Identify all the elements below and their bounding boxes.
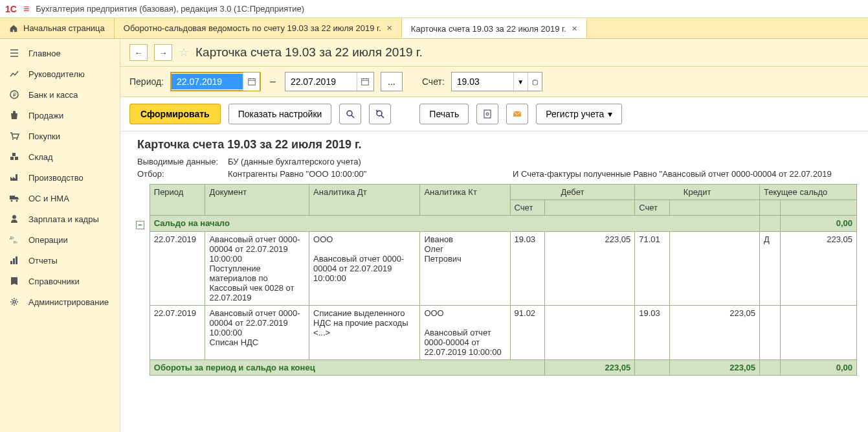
sidebar-label: Отчеты [28, 256, 58, 266]
totals-kt: 223,05 [669, 360, 759, 376]
sidebar-item-hr[interactable]: Зарплата и кадры [0, 209, 120, 229]
sidebar-item-assets[interactable]: ОС и НМА [0, 188, 120, 209]
sidebar-item-main[interactable]: Главное [0, 43, 120, 63]
output-label: Выводимые данные: [137, 157, 228, 166]
page-header: ← → ☆ Карточка счета 19.03 за 22 июля 20… [120, 39, 868, 67]
cart-icon [9, 131, 19, 141]
show-settings-button[interactable]: Показать настройки [228, 104, 332, 124]
tab-report2[interactable]: Карточка счета 19.03 за 22 июля 2019 г. … [402, 18, 587, 38]
dropdown-icon[interactable]: ▼ [513, 73, 528, 91]
print-preview-button[interactable] [476, 104, 498, 124]
tab-home[interactable]: Начальная страница [0, 18, 115, 38]
boxes-icon [9, 152, 19, 162]
logo-1c-icon: 1C [5, 4, 17, 14]
page-title: Карточка счета 19.03 за 22 июля 2019 г. [195, 45, 423, 60]
gear-icon [9, 297, 19, 307]
sidebar-label: Руководителю [28, 69, 85, 79]
sidebar-item-manager[interactable]: Руководителю [0, 63, 120, 84]
svg-point-3 [16, 139, 17, 140]
svg-point-9 [12, 215, 16, 219]
date-from-input[interactable] [172, 74, 243, 89]
email-button[interactable] [506, 104, 528, 124]
close-icon[interactable]: ✕ [386, 24, 392, 32]
bag-icon [9, 110, 19, 120]
menu-icon[interactable]: ≡ [23, 3, 29, 15]
list-icon [9, 48, 19, 58]
search-back-button[interactable] [369, 104, 391, 124]
sidebar-label: Главное [28, 49, 61, 58]
cell-bal-sum: 223,05 [781, 232, 857, 306]
forward-button[interactable]: → [154, 44, 172, 61]
titlebar: 1C ≡ Бухгалтерия предприятия (базовая), … [0, 0, 868, 18]
svg-point-21 [486, 113, 489, 115]
table-row[interactable]: 22.07.2019 Авансовый отчет 0000-00004 от… [132, 306, 857, 360]
svg-rect-14 [16, 256, 17, 264]
svg-text:Кт: Кт [14, 240, 17, 244]
sidebar-item-bank[interactable]: ₽Банк и касса [0, 84, 120, 105]
col-debit: Дебет [510, 185, 635, 200]
svg-point-8 [16, 200, 18, 202]
sidebar: Главное Руководителю ₽Банк и касса Прода… [0, 39, 120, 432]
register-button[interactable]: Регистр учета ▾ [536, 104, 622, 124]
collapse-toggle[interactable]: − [136, 221, 144, 229]
totals-dt: 223,05 [545, 360, 635, 376]
sidebar-item-reports[interactable]: Отчеты [0, 250, 120, 271]
date-to-input[interactable] [285, 74, 357, 89]
search-button[interactable] [339, 104, 361, 124]
cell-doc: Авансовый отчет 0000-00004 от 22.07.2019… [205, 306, 309, 360]
sidebar-label: Банк и касса [28, 90, 78, 100]
sidebar-item-directories[interactable]: Справочники [0, 271, 120, 291]
col-an-kt: Аналитика Кт [420, 185, 510, 216]
calendar-icon[interactable] [357, 73, 373, 91]
date-from-field[interactable] [170, 72, 261, 91]
tab-report1[interactable]: Оборотно-сальдовая ведомость по счету 19… [115, 18, 402, 38]
back-button[interactable]: ← [129, 44, 148, 61]
sidebar-label: Склад [28, 152, 53, 162]
sidebar-item-sales[interactable]: Продажи [0, 105, 120, 126]
svg-rect-6 [12, 153, 16, 156]
sidebar-item-production[interactable]: Производство [0, 167, 120, 188]
dash: – [267, 76, 278, 87]
generate-button[interactable]: Сформировать [129, 104, 221, 124]
date-to-field[interactable] [285, 72, 374, 91]
svg-rect-4 [10, 157, 14, 160]
cell-dt-acc: 91.02 [510, 306, 545, 360]
sidebar-label: Производство [28, 173, 83, 183]
period-picker-button[interactable]: ... [381, 72, 403, 91]
calendar-icon[interactable] [243, 73, 260, 91]
cell-bal-sum [781, 306, 857, 360]
svg-text:₽: ₽ [13, 92, 16, 98]
sidebar-item-warehouse[interactable]: Склад [0, 146, 120, 167]
cell-dt-sum [545, 306, 635, 360]
filter-value2: И Счета-фактуры полученные Равно "Авансо… [513, 169, 832, 179]
sidebar-label: Справочники [28, 277, 80, 286]
svg-point-2 [12, 139, 14, 140]
svg-rect-13 [13, 258, 15, 264]
sidebar-label: Операции [28, 235, 68, 245]
cell-kt-acc: 19.03 [635, 306, 670, 360]
sidebar-label: Зарплата и кадры [28, 214, 99, 224]
cell-doc: Авансовый отчет 0000-00004 от 22.07.2019… [205, 232, 309, 306]
cell-dt-acc: 19.03 [510, 232, 545, 306]
sidebar-item-operations[interactable]: ДтКтОперации [0, 229, 120, 250]
account-input[interactable] [452, 74, 513, 89]
sidebar-item-purchases[interactable]: Покупки [0, 126, 120, 146]
open-icon[interactable]: ▢ [528, 73, 542, 91]
svg-rect-12 [10, 261, 12, 264]
account-field[interactable]: ▼ ▢ [451, 72, 542, 91]
tab-label: Начальная страница [23, 23, 105, 33]
svg-point-7 [11, 200, 13, 202]
col-credit: Кредит [635, 185, 760, 200]
col-an-dt: Аналитика Дт [309, 185, 420, 216]
ruble-icon: ₽ [9, 89, 19, 100]
sidebar-label: Администрирование [28, 297, 109, 307]
output-value: БУ (данные бухгалтерского учета) [228, 157, 361, 166]
bar-chart-icon [9, 255, 19, 266]
sidebar-item-admin[interactable]: Администрирование [0, 291, 120, 312]
period-label: Период: [129, 76, 164, 87]
close-icon[interactable]: ✕ [572, 25, 577, 33]
print-button[interactable]: Печать [419, 104, 469, 124]
sidebar-label: Покупки [28, 131, 60, 141]
table-row[interactable]: 22.07.2019 Авансовый отчет 0000-00004 от… [132, 232, 857, 306]
star-icon[interactable]: ☆ [179, 45, 189, 60]
